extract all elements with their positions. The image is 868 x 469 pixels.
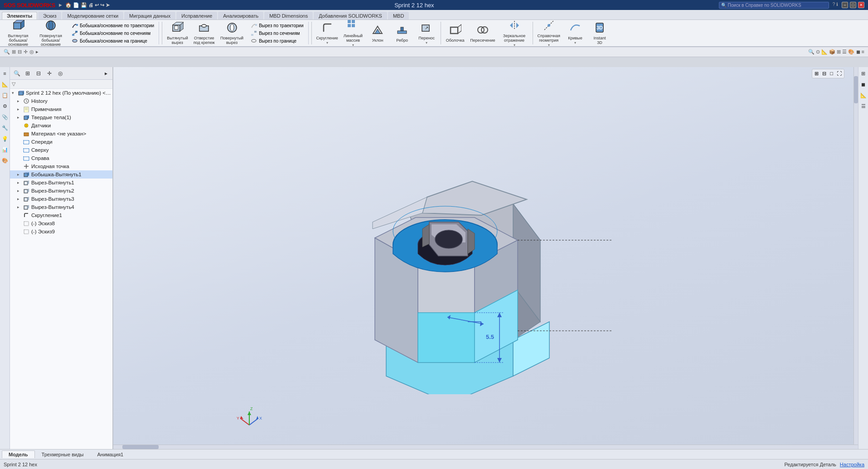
- expand-arrow[interactable]: ▸: [36, 49, 39, 55]
- toolbar-icon-1[interactable]: 🔍: [4, 49, 10, 55]
- scroll-thumb-vertical[interactable]: [854, 76, 858, 103]
- panel-tool-2[interactable]: ⊞: [23, 68, 33, 78]
- tree-item-sketch8[interactable]: (-) Эскиз8: [10, 219, 113, 227]
- toolbar-icon-5[interactable]: ◎: [29, 49, 34, 55]
- panel-tool-3[interactable]: ⊟: [34, 68, 44, 78]
- revolved-cut-button[interactable]: Повернутыйвырез: [218, 20, 245, 46]
- sidebar-icon-8[interactable]: 📊: [0, 145, 10, 154]
- tree-item-history[interactable]: ▸ History: [10, 97, 113, 105]
- tree-item-fillet1[interactable]: Скругление1: [10, 211, 113, 219]
- horizontal-scrollbar[interactable]: [113, 445, 858, 449]
- tree-item-front[interactable]: Спереди: [10, 138, 113, 146]
- right-icon-1[interactable]: ⊞: [859, 69, 868, 78]
- svg-rect-78: [24, 230, 29, 234]
- cut1-label: Вырез-Вытянуть1: [31, 180, 111, 185]
- tree-item-cut2[interactable]: ▸ Вырез-Вытянуть2: [10, 187, 113, 195]
- intersect-button[interactable]: Пересечение: [468, 23, 497, 44]
- sidebar-icon-5[interactable]: 📎: [0, 112, 10, 121]
- svg-rect-23: [348, 20, 351, 23]
- tree-item-top[interactable]: Сверху: [10, 146, 113, 154]
- tree-root[interactable]: ▾ Sprint 2 12 hex (По умолчанию) <<По у.…: [10, 89, 113, 97]
- vt-btn-1[interactable]: ⊞: [813, 70, 820, 77]
- vertical-scrollbar[interactable]: [853, 67, 858, 445]
- tab-sketch[interactable]: Эскиз: [38, 12, 61, 19]
- draft-button[interactable]: Уклон: [366, 23, 389, 44]
- scroll-thumb-horizontal[interactable]: [122, 445, 159, 449]
- mirror-button[interactable]: Зеркальное отражение ▾: [499, 20, 530, 46]
- tab-addins[interactable]: Добавления SOLIDWORKS: [314, 12, 387, 19]
- extruded-cut-button[interactable]: Вытянутыйвырез: [165, 20, 190, 46]
- extrude-boss-button[interactable]: Вытянутаябобышка/основание: [3, 20, 34, 46]
- tab-model[interactable]: Модель: [2, 450, 35, 458]
- tree-item-sensors[interactable]: ! Датчики: [10, 121, 113, 130]
- right-icon-2[interactable]: ◼: [859, 80, 868, 89]
- right-icon-4[interactable]: ☰: [859, 102, 868, 111]
- tab-elements[interactable]: Элементы: [2, 12, 37, 19]
- boundary-cut-button[interactable]: Вырез по границе: [249, 37, 305, 44]
- tab-mesh[interactable]: Моделирование сетки: [62, 12, 123, 19]
- tab-analyze[interactable]: Анализировать: [218, 12, 263, 19]
- panel-tool-4[interactable]: ✛: [44, 68, 54, 78]
- tab-animation1[interactable]: Анимация1: [90, 450, 130, 458]
- tab-mbd-dim[interactable]: MBD Dimensions: [264, 12, 313, 19]
- toolbar-icon-4[interactable]: ✛: [24, 49, 28, 55]
- svg-rect-59: [24, 157, 29, 160]
- sidebar-icon-3[interactable]: 📋: [0, 91, 10, 100]
- sidebar-icon-4[interactable]: ⚙: [0, 102, 10, 111]
- loft-cut-button[interactable]: Вырез по сечениям: [249, 29, 305, 37]
- vt-btn-4[interactable]: ⛶: [835, 70, 843, 77]
- rib-button[interactable]: Ребро: [391, 23, 413, 44]
- sidebar-icon-1[interactable]: ≡: [0, 69, 10, 78]
- minimize-button[interactable]: −: [842, 2, 848, 8]
- tab-3d-views[interactable]: Трехмерные виды: [35, 450, 91, 458]
- curves-button[interactable]: Кривые ▾: [564, 20, 587, 46]
- hole-wizard-button[interactable]: Отверстиепод крепеж: [192, 20, 217, 46]
- swept-cut-button[interactable]: Вырез по траектории: [249, 22, 305, 29]
- tab-migrate[interactable]: Миграция данных: [124, 12, 175, 19]
- tree-item-solids[interactable]: ▸ Твердые тела(1): [10, 113, 113, 121]
- search-box[interactable]: 🔍 Поиск в Справке по SOLIDWORKS: [719, 2, 829, 9]
- toolbar-icon-2[interactable]: ⊞: [12, 49, 16, 55]
- tree-item-notes[interactable]: ▸ Примечания: [10, 105, 113, 113]
- tree-item-origin[interactable]: Исходная точка: [10, 162, 113, 170]
- revolved-boss-button[interactable]: Повернутаябобышка/основание: [35, 20, 66, 46]
- svg-rect-25: [348, 24, 351, 27]
- sidebar-icon-6[interactable]: 🔧: [0, 123, 10, 132]
- 3d-viewport[interactable]: 11.95 5.5 X Y Z ⊞ ⊟ □ ⛶: [113, 67, 858, 449]
- instant3d-button[interactable]: 3D Instant3D: [588, 20, 611, 46]
- linear-pattern-button[interactable]: Линейныймассив ▾: [342, 20, 364, 46]
- vt-btn-2[interactable]: ⊟: [821, 70, 828, 77]
- sidebar-icon-7[interactable]: 💡: [0, 134, 10, 143]
- sidebar-icon-9[interactable]: 🎨: [0, 156, 10, 165]
- tree-item-cut4[interactable]: ▸ Вырез-Вытянуть4: [10, 203, 113, 211]
- maximize-button[interactable]: □: [850, 2, 856, 8]
- tree-item-right[interactable]: Справа: [10, 154, 113, 162]
- tree-item-material[interactable]: Материал <не указан>: [10, 130, 113, 138]
- tab-fix[interactable]: Исправление: [176, 12, 217, 19]
- tree-item-sketch9[interactable]: (-) Эскиз9: [10, 227, 113, 236]
- right-icon-3[interactable]: 📐: [859, 91, 868, 100]
- loft-boss-button[interactable]: Бобышка/основание по сечениям: [70, 29, 156, 37]
- ref-geometry-button[interactable]: Справочнаягеометрия ▾: [536, 20, 562, 46]
- tree-item-cut1[interactable]: ▸ Вырез-Вытянуть1: [10, 179, 113, 187]
- panel-tool-5[interactable]: ◎: [55, 68, 65, 78]
- toolbar-icon-3[interactable]: ⊟: [18, 49, 22, 55]
- close-button[interactable]: ✕: [858, 2, 864, 8]
- panel-expand-btn[interactable]: ▸: [101, 68, 111, 78]
- front-label: Спереди: [31, 139, 111, 145]
- window-title: Sprint 2 12 hex: [394, 2, 434, 9]
- tree-item-boss1[interactable]: ▸ Бобышка-Вытянуть1: [10, 170, 113, 179]
- swept-boss-button[interactable]: Бобышка/основание по траектории: [70, 22, 156, 29]
- vt-btn-3[interactable]: □: [829, 70, 834, 77]
- sidebar-icon-2[interactable]: 📐: [0, 80, 10, 89]
- status-settings[interactable]: Настройка: [840, 462, 864, 467]
- toolbar-icon-right[interactable]: 🔍 ⊙ 📐 📦 ⊞ ☰ 🎨 ◼ ≡: [808, 49, 864, 55]
- tab-mbd[interactable]: MBD: [388, 12, 409, 19]
- boundary-boss-button[interactable]: Бобышка/основание на границе: [70, 37, 156, 44]
- tree-item-cut3[interactable]: ▸ Вырез-Вытянуть3: [10, 195, 113, 203]
- shell-button[interactable]: Оболочка: [444, 23, 466, 44]
- fillet-button[interactable]: Скругление ▾: [315, 20, 340, 46]
- panel-tool-1[interactable]: 🔍: [12, 68, 22, 78]
- move-face-button[interactable]: ↗ Перенос ▾: [415, 20, 438, 46]
- svg-rect-44: [19, 92, 23, 95]
